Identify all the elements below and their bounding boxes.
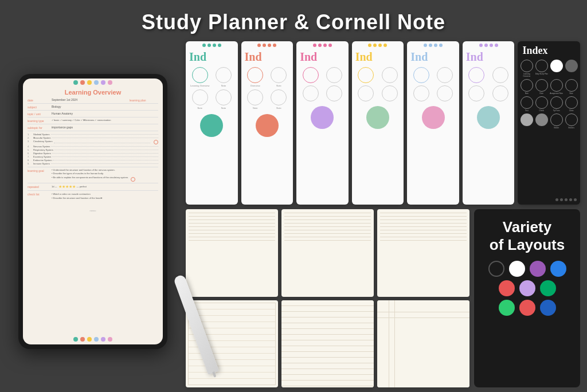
card-bottom-circle <box>186 112 238 139</box>
note-line <box>380 240 467 241</box>
note-label: topic / unit <box>28 112 49 116</box>
note-repeated-row: repeated 1d — ★★★★★ — perfect <box>28 185 158 189</box>
card-dots-top <box>296 41 349 48</box>
black-circle-item <box>550 60 563 77</box>
index-card-yellow: Ind <box>352 41 404 205</box>
black-card-dot <box>555 198 558 201</box>
variety-title: Varietyof Layouts <box>481 218 573 254</box>
note-checklist-content: • Watch a video on muscle contraction • … <box>52 192 158 200</box>
card-dot <box>479 44 483 47</box>
card-dot <box>208 44 211 47</box>
card-dot <box>318 44 322 47</box>
card-circles-grid <box>463 65 515 104</box>
black-card-dot <box>565 198 568 201</box>
color-swatch-red <box>499 280 515 296</box>
black-circle-label: Stickers <box>568 127 574 129</box>
card-circle <box>492 67 508 83</box>
note-label: subtopic for <box>28 126 49 130</box>
note-page-3 <box>377 209 469 297</box>
note-line <box>284 233 371 234</box>
black-circle-item: Learning Overview <box>520 60 533 77</box>
tablet-dot <box>73 80 78 85</box>
note-line <box>189 237 275 237</box>
card-bottom-circle <box>407 104 459 131</box>
card-dot <box>257 44 261 47</box>
note-line <box>189 230 275 230</box>
black-circle-label: Assignment Note <box>550 92 563 95</box>
tablet-screen: Learning Overview date September 1st 202… <box>23 79 163 344</box>
color-swatch-lavender <box>519 280 535 296</box>
note-divider <box>28 103 158 104</box>
black-circle-label: Note <box>569 92 573 95</box>
card-circle <box>468 67 484 83</box>
list-item: 9.Immune System <box>28 162 158 165</box>
list-item: 1.Skeletal System <box>28 133 158 136</box>
card-circle-label: Note <box>253 107 257 109</box>
bottom-dots <box>73 337 112 342</box>
note-goals-content: • Understand the structure and function … <box>52 168 158 182</box>
card-circle-label: Note <box>276 107 281 109</box>
card-circle-item <box>379 85 400 101</box>
note-line <box>380 216 467 217</box>
large-circle <box>366 106 389 129</box>
list-item: 2.Muscular System <box>28 136 158 139</box>
color-swatch-blue <box>550 261 566 277</box>
card-circle <box>358 67 374 83</box>
note-divider <box>28 183 158 183</box>
index-card-blue: Ind <box>407 41 459 205</box>
card-circle-item <box>466 85 487 101</box>
card-dot <box>490 44 493 47</box>
note-line <box>380 233 467 234</box>
note-checklist-label: check list <box>28 192 49 196</box>
card-circle-item: Learning Overview <box>189 67 210 87</box>
card-circle <box>216 67 232 83</box>
color-dots-row-1 <box>488 261 566 277</box>
note-title: Learning Overview <box>28 89 158 96</box>
black-circle-item: Sticker <box>550 113 563 129</box>
tablet-dots-top <box>23 79 163 87</box>
list-item: 5.Respiratory System <box>28 148 158 151</box>
black-circle-label: Note <box>540 92 543 95</box>
note-line <box>284 237 371 237</box>
tablet-dot <box>87 80 92 85</box>
black-circle-label: Check <box>539 109 544 112</box>
index-cards-row: Ind Learning Overview Note Note <box>186 41 580 205</box>
bottom-dot <box>101 337 105 342</box>
card-dot <box>383 44 387 47</box>
list-item: 7.Excretory System <box>28 155 158 158</box>
black-circle-item: Note <box>565 79 578 95</box>
color-swatch-navy <box>540 300 556 316</box>
index-card-orange: Ind Overview Note Note <box>241 41 294 205</box>
note-value: Human Anatomy <box>52 112 158 115</box>
note-page-5 <box>281 300 374 388</box>
black-circles-grid: Learning Overview Daily Study Plan <box>518 58 580 131</box>
note-row: topic / unit Human Anatomy <box>28 112 158 116</box>
black-circle-item: Check <box>535 96 548 112</box>
note-line <box>380 219 467 220</box>
grid-layout <box>377 300 469 388</box>
card-title: Ind <box>186 48 238 65</box>
black-card-title: Index <box>522 45 547 56</box>
note-lines <box>186 209 278 297</box>
note-line <box>284 240 371 241</box>
card-circle <box>247 67 263 83</box>
card-circle-item <box>323 67 345 83</box>
card-dot <box>439 44 443 47</box>
card-dot <box>202 44 206 47</box>
variety-box: Varietyof Layouts <box>474 209 580 387</box>
card-circle <box>468 85 484 101</box>
card-circle-item <box>323 85 345 101</box>
card-circle-item <box>410 67 432 83</box>
card-circle-item <box>466 67 487 83</box>
note-line <box>380 230 467 230</box>
note-lines <box>377 209 469 297</box>
card-dots-top <box>186 41 238 48</box>
tablet-dot <box>101 80 105 85</box>
card-circle-label: Note <box>197 107 202 109</box>
card-circle-item <box>435 85 456 101</box>
note-line <box>284 223 371 224</box>
card-circle <box>303 85 319 101</box>
card-title: Ind <box>463 48 515 65</box>
card-circle-label: Learning Overview <box>190 84 209 87</box>
card-circle <box>303 67 319 83</box>
